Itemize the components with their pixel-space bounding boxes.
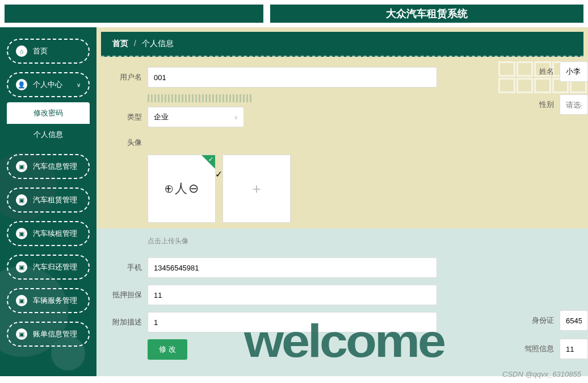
nav-car-service[interactable]: ▣ 车辆服务管理 (7, 288, 90, 313)
sidebar: ⌂ 首页 👤 个人中心 ∨ 修改密码 个人信息 ▣ 汽车信息管理 ▣ 汽车租赁管… (0, 27, 96, 376)
nav-user-center[interactable]: 👤 个人中心 ∨ (7, 72, 90, 97)
sub-personal-info[interactable]: 个人信息 (7, 124, 90, 145)
name-input[interactable] (560, 61, 588, 82)
username-input[interactable] (148, 67, 437, 88)
bill-icon: ▣ (16, 328, 27, 340)
deposit-label: 抵押担保 (108, 290, 142, 300)
renew-icon: ▣ (16, 228, 27, 239)
avatar-add-button[interactable]: + (222, 155, 291, 223)
deposit-input[interactable] (148, 285, 437, 305)
nav-label: 汽车租赁管理 (33, 195, 77, 205)
avatar-placeholder-glyph: ⊕人⊖ (164, 180, 200, 197)
nav-bill-info[interactable]: ▣ 账单信息管理 (7, 322, 90, 347)
avatar-label: 头像 (108, 134, 142, 148)
username-label: 用户名 (108, 72, 142, 82)
app-title-bar: 大众汽车租赁系统 (269, 3, 585, 24)
rental-icon: ▣ (16, 194, 27, 206)
desc-input[interactable] (148, 312, 437, 332)
type-value: 企业 (154, 112, 169, 122)
phone-input[interactable] (148, 257, 437, 278)
content-area: 首页 / 个人信息 用户名 姓名 类型 企 (96, 27, 588, 376)
breadcrumb-current: 个人信息 (142, 39, 174, 48)
car-icon: ▣ (16, 161, 27, 172)
nav-label: 汽车续租管理 (33, 228, 77, 239)
nav-label: 汽车信息管理 (33, 161, 77, 172)
submit-button[interactable]: 修 改 (148, 339, 187, 360)
nav-car-rental[interactable]: ▣ 汽车租赁管理 (7, 188, 90, 213)
type-label: 类型 (108, 112, 142, 122)
chevron-down-icon: ∨ (77, 82, 81, 88)
license-input[interactable] (560, 339, 588, 359)
submenu-user-center: 修改密码 个人信息 (7, 102, 90, 145)
return-icon: ▣ (16, 261, 27, 273)
user-icon: 👤 (16, 79, 27, 90)
gender-select[interactable] (560, 94, 588, 115)
header-decor-left (3, 3, 264, 24)
idcard-label: 身份证 (520, 315, 554, 326)
home-icon: ⌂ (16, 45, 27, 57)
type-select[interactable]: 企业 ∨ (148, 107, 244, 127)
decor-strip (148, 94, 577, 102)
desc-label: 附加描述 (108, 317, 142, 327)
nav-home[interactable]: ⌂ 首页 (7, 39, 90, 64)
gender-label: 性别 (520, 99, 554, 110)
plus-icon: + (252, 180, 261, 198)
nav-car-info[interactable]: ▣ 汽车信息管理 (7, 154, 90, 179)
avatar-hint: 点击上传头像 (148, 236, 577, 246)
nav-label: 汽车归还管理 (33, 262, 77, 272)
nav-car-return[interactable]: ▣ 汽车归还管理 (7, 255, 90, 280)
breadcrumb-home[interactable]: 首页 (112, 39, 128, 48)
check-icon: ✓ (208, 156, 213, 163)
nav-label: 账单信息管理 (33, 329, 77, 339)
nav-car-renew[interactable]: ▣ 汽车续租管理 (7, 221, 90, 246)
nav-label: 个人中心 (33, 80, 62, 90)
nav-label: 车辆服务管理 (33, 295, 77, 306)
breadcrumb-sep: / (134, 39, 136, 48)
avatar-thumb[interactable]: ✓ ⊕人⊖ (148, 155, 216, 223)
sub-change-password[interactable]: 修改密码 (7, 102, 90, 124)
license-label: 驾照信息 (520, 344, 554, 354)
idcard-input[interactable] (560, 310, 588, 331)
service-icon: ▣ (16, 295, 27, 306)
phone-label: 手机 (108, 263, 142, 273)
nav-label: 首页 (33, 46, 48, 56)
watermark: CSDN @qqvx_6310855 (502, 370, 581, 378)
breadcrumb: 首页 / 个人信息 (101, 32, 583, 57)
chevron-down-icon: ∨ (234, 114, 238, 120)
app-title: 大众汽车租赁系统 (386, 7, 468, 20)
name-label: 姓名 (520, 66, 554, 77)
